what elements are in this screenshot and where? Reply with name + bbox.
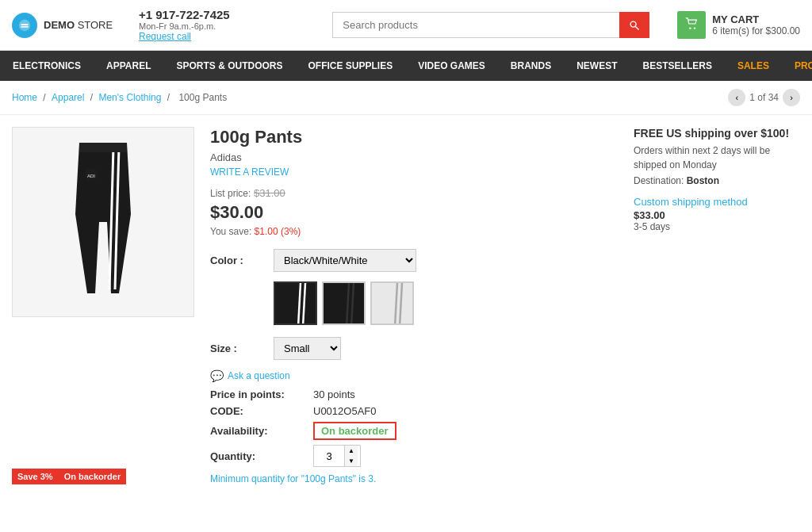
search-area	[332, 12, 649, 38]
business-hours: Mon-Fr 9a.m.-6p.m.	[139, 21, 230, 31]
swatch-3[interactable]	[370, 281, 414, 325]
nav-newest[interactable]: NEWEST	[564, 51, 630, 81]
quantity-arrows: ▲ ▼	[344, 446, 358, 466]
svg-point-6	[694, 27, 695, 29]
shipping-price: $33.00	[634, 209, 800, 221]
pagination-info: 1 of 34	[749, 92, 779, 103]
shipping-free-label: FREE US shipping over $100!	[634, 127, 800, 140]
size-label: Size :	[210, 343, 266, 354]
pagination-nav: ‹ 1 of 34 ›	[728, 89, 800, 106]
shipping-days: 3-5 days	[634, 221, 800, 232]
list-price-value: $31.00	[254, 187, 285, 199]
nav-office[interactable]: OFFICE SUPPLIES	[295, 51, 405, 81]
phone-number: +1 917-722-7425	[139, 8, 230, 21]
code-value: U0012O5AF0	[313, 405, 377, 417]
search-input[interactable]	[332, 12, 619, 38]
badge-area: Save 3% On backorder	[12, 469, 126, 484]
svg-point-5	[689, 27, 691, 29]
list-price-label: List price:	[210, 188, 251, 199]
nav-sales[interactable]: SALES	[725, 51, 782, 81]
product-title: 100g Pants	[210, 127, 610, 147]
ask-question-link[interactable]: 💬 Ask a question	[210, 369, 610, 382]
cart-area: MY CART 6 item(s) for $300.00	[677, 11, 800, 39]
svg-rect-18	[372, 283, 414, 325]
svg-rect-2	[21, 25, 29, 27]
breadcrumb-current: 100g Pants	[178, 92, 227, 103]
svg-text:ADI: ADI	[87, 174, 95, 178]
product-image-svg: ADI	[56, 135, 151, 309]
shipping-method-link[interactable]: Custom shipping method	[634, 196, 800, 208]
destination-city: Boston	[687, 175, 719, 186]
breadcrumb-bar: Home / Apparel / Men's Clothing / 100g P…	[0, 81, 812, 115]
write-review-link[interactable]: WRITE A REVIEW	[210, 166, 610, 178]
savings-amount: $1.00 (3%)	[255, 226, 301, 237]
color-select[interactable]: Black/White/White Black/Black White/Grey	[274, 249, 416, 272]
cart-title: MY CART	[712, 13, 800, 25]
quantity-input[interactable]	[314, 447, 344, 465]
cart-button[interactable]	[677, 11, 706, 39]
swatch-1[interactable]	[274, 281, 317, 325]
nav-electronics[interactable]: ELECTRONICS	[0, 51, 94, 81]
breadcrumb: Home / Apparel / Men's Clothing / 100g P…	[12, 92, 230, 103]
quantity-input-wrap: ▲ ▼	[313, 445, 361, 467]
svg-point-3	[630, 21, 636, 27]
availability-value: On backorder	[313, 422, 396, 440]
swatch-2[interactable]	[322, 281, 366, 325]
breadcrumb-mens-clothing[interactable]: Men's Clothing	[98, 92, 161, 103]
svg-rect-15	[324, 283, 366, 325]
shipping-destination: Destination: Boston	[634, 175, 800, 186]
code-row: CODE: U0012O5AF0	[210, 405, 610, 417]
current-price: $30.00	[210, 202, 610, 223]
next-page-button[interactable]: ›	[783, 89, 800, 106]
product-details: 100g Pants Adidas WRITE A REVIEW List pr…	[210, 127, 610, 484]
nav-apparel[interactable]: APPAREL	[94, 51, 163, 81]
svg-line-4	[636, 26, 639, 29]
request-call-link[interactable]: Request call	[139, 31, 191, 42]
nav-brands[interactable]: BRANDS	[498, 51, 564, 81]
search-button[interactable]	[619, 12, 649, 38]
color-swatches	[274, 281, 610, 325]
availability-label: Availability:	[210, 425, 313, 437]
breadcrumb-home[interactable]: Home	[12, 92, 37, 103]
product-image-area: ADI Save 3% On backorder	[12, 127, 194, 484]
nav-sports[interactable]: SPORTS & OUTDOORS	[163, 51, 295, 81]
header: DEMO STORE +1 917-722-7425 Mon-Fr 9a.m.-…	[0, 0, 812, 51]
list-price-row: List price: $31.00	[210, 187, 610, 199]
breadcrumb-apparel[interactable]: Apparel	[52, 92, 84, 103]
points-label: Price in points:	[210, 388, 313, 400]
badge-backorder-image: On backorder	[59, 469, 127, 484]
size-select[interactable]: Small Medium Large XL	[274, 337, 341, 360]
brand-name: Adidas	[210, 151, 610, 163]
nav-promotions[interactable]: PROMOTIONS	[782, 51, 812, 81]
quantity-increase[interactable]: ▲	[344, 446, 358, 456]
svg-rect-9	[79, 143, 127, 152]
quantity-decrease[interactable]: ▼	[344, 456, 358, 466]
product-image: ADI	[12, 127, 194, 317]
main-nav: ELECTRONICS APPAREL SPORTS & OUTDOORS OF…	[0, 51, 812, 81]
shipping-note: Orders within next 2 days will be shippe…	[634, 144, 800, 172]
points-row: Price in points: 30 points	[210, 388, 610, 400]
search-icon	[629, 20, 640, 31]
min-qty-note: Minimum quantity for "100g Pants" is 3.	[210, 473, 610, 484]
nav-video-games[interactable]: VIDEO GAMES	[405, 51, 498, 81]
main-content: ADI Save 3% On backorder 100g Pants Adid…	[0, 115, 812, 496]
shipping-panel: FREE US shipping over $100! Orders withi…	[626, 127, 800, 484]
points-value: 30 points	[313, 388, 355, 400]
savings-text: You save: $1.00 (3%)	[210, 226, 610, 237]
quantity-label: Quantity:	[210, 450, 313, 462]
color-option-row: Color : Black/White/White Black/Black Wh…	[210, 249, 610, 272]
price-section: List price: $31.00 $30.00 You save: $1.0…	[210, 187, 610, 237]
badge-save: Save 3%	[12, 469, 59, 484]
nav-bestsellers[interactable]: BESTSELLERS	[630, 51, 725, 81]
logo-text: DEMO STORE	[44, 19, 113, 31]
contact-area: +1 917-722-7425 Mon-Fr 9a.m.-6p.m. Reque…	[139, 8, 230, 42]
svg-rect-12	[275, 283, 317, 325]
question-icon: 💬	[210, 369, 224, 382]
cart-icon	[685, 17, 698, 30]
logo-icon	[12, 13, 37, 38]
logo-area: DEMO STORE	[12, 13, 123, 38]
size-option-row: Size : Small Medium Large XL	[210, 337, 610, 360]
svg-rect-1	[21, 24, 29, 25]
prev-page-button[interactable]: ‹	[728, 89, 745, 106]
availability-row: Availability: On backorder	[210, 422, 610, 440]
